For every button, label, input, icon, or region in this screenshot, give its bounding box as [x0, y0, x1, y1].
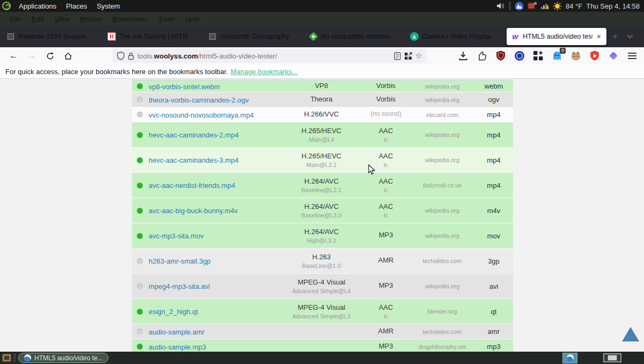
taskbar-window-button[interactable]: HTML5 audio/video te... — [18, 353, 108, 363]
panel-menu-places[interactable]: Places — [61, 2, 92, 10]
play-favicon — [309, 32, 318, 41]
tracking-shield-icon[interactable] — [117, 52, 125, 60]
file-link[interactable]: vp8-vorbis-sintel.webm — [149, 83, 220, 91]
tab-close-icon[interactable]: × — [91, 33, 98, 40]
browser-tab[interactable]: The Ark Society | HITM × — [103, 28, 203, 45]
file-link[interactable]: audio-sample.mp3 — [149, 343, 206, 351]
file-link[interactable]: mpeg4-mp3-sita.avi — [149, 282, 210, 290]
video-codec: VP8 — [281, 82, 362, 90]
browser-tab[interactable]: HTML5 audio/video test × — [507, 28, 606, 45]
manage-bookmarks-link[interactable]: Manage bookmarks... — [231, 68, 298, 76]
home-icon — [64, 52, 72, 60]
container-format: m4v — [474, 207, 513, 215]
menubar-view[interactable]: View — [49, 15, 75, 23]
network-signal-lock-icon[interactable] — [540, 2, 549, 10]
reader-view-icon[interactable] — [394, 52, 401, 60]
video-profile: Advanced Simple@L3 — [281, 313, 362, 319]
audio-codec: AAC — [362, 202, 410, 210]
tab-close-icon[interactable]: × — [394, 33, 400, 40]
file-link[interactable]: esign_2_high.qt — [149, 308, 198, 316]
tab-close-icon[interactable]: × — [596, 33, 602, 40]
distro-logo-icon[interactable] — [2, 2, 11, 10]
file-link[interactable]: hevc-aac-caminandes-2.mp4 — [149, 131, 239, 139]
browser-tab[interactable]: Rawhide 1959 Season × — [2, 28, 102, 45]
home-button[interactable] — [59, 48, 77, 63]
source-link[interactable]: wikipedia.org — [410, 157, 474, 163]
tab-close-icon[interactable]: × — [495, 33, 501, 40]
extensions-grid-icon[interactable] — [533, 50, 544, 61]
table-row: audio-sample.mp3 MP3 dogphilosophy.net m… — [132, 339, 513, 352]
source-link[interactable]: wikipedia.org — [410, 283, 474, 289]
menubar-history[interactable]: History — [75, 15, 107, 23]
firefox-window-icon — [24, 354, 31, 361]
source-link[interactable]: techslides.com — [410, 329, 474, 335]
panel-menu-system[interactable]: System — [92, 2, 125, 10]
menubar-file[interactable]: File — [4, 15, 26, 23]
volume-icon[interactable] — [496, 2, 505, 10]
browser-tab[interactable]: No compatible streams × — [305, 28, 405, 45]
reload-button[interactable] — [41, 48, 59, 63]
save-page-icon[interactable] — [477, 50, 487, 61]
downloads-icon[interactable] — [458, 50, 469, 61]
tab-close-icon[interactable]: × — [293, 33, 299, 40]
bookmarks-hint-text: For quick access, place your bookmarks h… — [5, 68, 228, 76]
file-link[interactable]: avc-mp3-sita.mov — [149, 232, 204, 240]
source-link[interactable]: dogphilosophy.net — [410, 344, 474, 350]
vpn-mountain-icon[interactable] — [515, 2, 524, 11]
keyboard-layout-icon[interactable] — [528, 2, 537, 10]
browser-tab[interactable]: Aerosmith Discography × — [204, 28, 304, 45]
tab-close-icon[interactable]: × — [192, 33, 199, 40]
menubar-edit[interactable]: Edit — [26, 15, 49, 23]
tab-title: Aerosmith Discography — [220, 33, 290, 40]
back-button[interactable]: ← — [4, 48, 23, 63]
screenshot-regions-icon[interactable] — [404, 52, 412, 60]
menubar-tools[interactable]: Tools — [153, 15, 180, 23]
panel-menu-applications[interactable]: Applications — [14, 2, 61, 10]
file-link[interactable]: theora-vorbis-caminandes-2.ogv — [149, 96, 248, 104]
temperature-label[interactable]: 84 °F — [566, 2, 582, 10]
desktop-taskbar: HTML5 audio/video te... — [0, 352, 644, 364]
new-tab-button[interactable]: + — [608, 29, 623, 44]
scroll-to-top-button[interactable] — [622, 327, 639, 341]
bookmark-star-icon[interactable]: ☆ — [415, 51, 422, 61]
file-link[interactable]: avc-aac-nerdist-friends.mp4 — [149, 181, 235, 190]
file-link[interactable]: h263-amr-small.3gp — [149, 257, 211, 265]
source-link[interactable]: wikipedia.org — [410, 132, 474, 138]
tab-title: HTML5 audio/video test — [523, 33, 592, 40]
reload-icon — [46, 52, 54, 60]
url-bar[interactable]: tools.woolyss.com/html5-audio-video-test… — [113, 49, 427, 63]
weather-sun-icon[interactable] — [553, 2, 562, 11]
menubar-help[interactable]: Help — [180, 15, 205, 23]
ghostery-icon[interactable]: 0 — [552, 50, 562, 61]
clock-label[interactable]: Thu Sep 4, 14:58 — [586, 2, 640, 10]
source-link[interactable]: elecard.com — [410, 112, 474, 118]
video-downloader-shield-icon[interactable] — [589, 50, 600, 61]
file-link[interactable]: avc-aac-big-buck-bunny.m4v — [149, 207, 238, 215]
file-link[interactable]: vvc-nosound-novosobornaya.mp4 — [149, 111, 254, 119]
source-link[interactable]: dailymail.co.uk — [410, 182, 474, 188]
source-link[interactable]: wikipedia.org — [410, 232, 474, 239]
workspace-switcher[interactable] — [603, 353, 621, 362]
source-link[interactable]: techslides.com — [410, 258, 474, 264]
purple-diamond-icon[interactable] — [608, 50, 619, 61]
ublock-origin-icon[interactable] — [495, 50, 506, 61]
browser-tab[interactable]: Codecs / Video Playbac × — [406, 28, 506, 45]
source-link[interactable]: wikipedia.org — [410, 83, 474, 90]
privacy-ring-icon[interactable] — [514, 50, 525, 61]
source-link[interactable]: wikipedia.org — [410, 97, 474, 103]
firefox-tray-icon[interactable] — [562, 353, 577, 363]
show-desktop-icon[interactable] — [2, 354, 11, 362]
menubar-bookmarks[interactable]: Bookmarks — [107, 15, 153, 23]
file-link[interactable]: audio-sample.amr — [149, 328, 204, 336]
source-link[interactable]: wikipedia.org — [410, 207, 474, 214]
source-link[interactable]: blender.org — [410, 308, 474, 315]
lock-icon[interactable] — [128, 52, 134, 60]
privacy-possum-icon[interactable] — [570, 50, 581, 61]
list-all-tabs-button[interactable] — [623, 29, 638, 44]
forward-button[interactable]: → — [23, 48, 41, 63]
menu-hamburger-icon[interactable] — [627, 50, 638, 61]
status-dot — [137, 344, 143, 350]
table-row: h263-amr-small.3gp H.263BaseLine@1.0 AMR… — [132, 249, 513, 274]
file-link[interactable]: hevc-aac-caminandes-3.mp4 — [149, 156, 239, 164]
panel-status-area: 84 °F Thu Sep 4, 14:58 — [496, 2, 644, 11]
